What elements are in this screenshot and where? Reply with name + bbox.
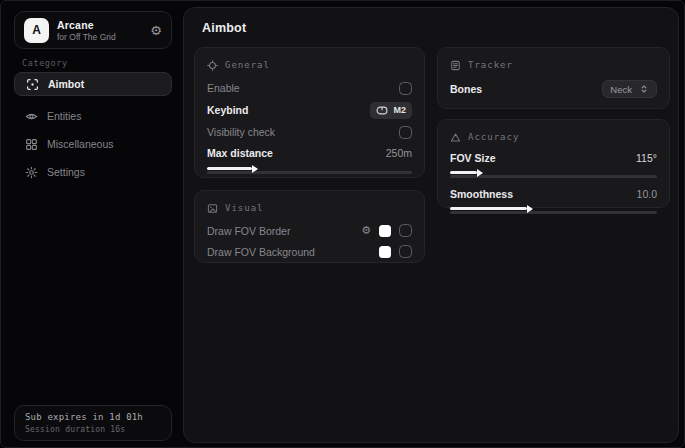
visual-card-header: Visual (207, 200, 412, 216)
image-icon (207, 203, 218, 214)
brand-card: A Arcane for Off The Grid ⚙ (14, 11, 172, 49)
slider-track (450, 211, 657, 214)
crosshair-icon (207, 60, 218, 71)
fov-size-slider[interactable] (450, 171, 657, 181)
fov-border-checkbox[interactable] (399, 224, 412, 237)
fov-border-controls: ⚙ (361, 224, 412, 237)
app-window: A Arcane for Off The Grid ⚙ Category Aim… (0, 0, 685, 448)
tracker-card-title: Tracker (468, 60, 513, 70)
fov-size-row: FOV Size 115° (450, 149, 657, 167)
sidebar-item-miscellaneous[interactable]: Miscellaneous (14, 132, 172, 156)
keybind-row: Keybind M2 (207, 99, 412, 121)
sidebar-item-settings[interactable]: Settings (14, 160, 172, 184)
accuracy-card-header: Accuracy (450, 129, 657, 145)
category-label: Category (22, 58, 68, 68)
max-distance-value: 250m (386, 147, 412, 159)
enable-checkbox[interactable] (399, 82, 412, 95)
bones-dropdown[interactable]: Neck (602, 80, 657, 98)
chevrons-up-down-icon (639, 84, 649, 94)
app-subtitle: for Off The Grid (57, 32, 116, 42)
session-duration-text: Session duration 16s (25, 425, 161, 434)
smoothness-value: 10.0 (637, 188, 657, 200)
brand-text: Arcane for Off The Grid (57, 19, 116, 42)
general-card-header: General (207, 57, 412, 73)
accuracy-card-title: Accuracy (468, 132, 519, 142)
fov-border-color-swatch[interactable] (379, 225, 391, 237)
sidebar-item-label: Settings (47, 166, 85, 178)
sidebar-item-aimbot[interactable]: Aimbot (14, 72, 172, 96)
visual-card-title: Visual (225, 203, 264, 213)
general-card-title: General (225, 60, 270, 70)
visibility-checkbox[interactable] (399, 126, 412, 139)
sidebar-item-label: Entities (47, 110, 81, 122)
smoothness-label: Smoothness (450, 188, 513, 200)
fov-border-row: Draw FOV Border ⚙ (207, 220, 412, 241)
enable-label: Enable (207, 82, 240, 94)
fov-background-checkbox[interactable] (399, 245, 412, 258)
settings-gear-icon (25, 166, 38, 179)
list-box-icon (450, 60, 461, 71)
fov-size-label: FOV Size (450, 152, 496, 164)
gear-icon[interactable]: ⚙ (150, 24, 162, 37)
sub-expiry-text: Sub expires in 1d 01h (25, 412, 161, 422)
slider-track (207, 171, 412, 174)
tracker-card-header: Tracker (450, 57, 657, 73)
keybind-value: M2 (393, 105, 406, 115)
visibility-label: Visibility check (207, 126, 275, 138)
fov-background-label: Draw FOV Background (207, 246, 315, 258)
keybind-label: Keybind (207, 104, 248, 116)
bones-label: Bones (450, 83, 482, 95)
page-title: Aimbot (202, 21, 246, 35)
triangle-icon (450, 132, 461, 143)
tracker-card: Tracker Bones Neck (437, 47, 670, 109)
smoothness-row: Smoothness 10.0 (450, 185, 657, 203)
fov-border-label: Draw FOV Border (207, 225, 290, 237)
subscription-card: Sub expires in 1d 01h Session duration 1… (14, 405, 172, 441)
max-distance-row: Max distance 250m (207, 143, 412, 163)
smoothness-slider[interactable] (450, 207, 657, 217)
max-distance-label: Max distance (207, 147, 273, 159)
bones-row: Bones Neck (450, 77, 657, 101)
slider-fill (207, 167, 252, 170)
entities-icon (25, 110, 38, 123)
slider-fill (450, 171, 477, 174)
sidebar-item-label: Miscellaneous (47, 138, 114, 150)
keybind-button[interactable]: M2 (370, 102, 412, 119)
fov-size-value: 115° (636, 152, 657, 164)
max-distance-slider[interactable] (207, 167, 412, 177)
gear-icon[interactable]: ⚙ (361, 225, 371, 236)
crosshair-icon (26, 78, 39, 91)
accuracy-card: Accuracy FOV Size 115° Smoothness 10.0 (437, 119, 670, 208)
visibility-row: Visibility check (207, 121, 412, 143)
sidebar: A Arcane for Off The Grid ⚙ Category Aim… (1, 1, 180, 448)
fov-background-row: Draw FOV Background (207, 241, 412, 262)
grid-icon (25, 138, 38, 151)
slider-fill (450, 207, 527, 210)
general-card: General Enable Keybind M2 Visibility che… (194, 47, 425, 178)
fov-background-controls (379, 245, 412, 258)
bones-selected-value: Neck (610, 84, 632, 95)
visual-card: Visual Draw FOV Border ⚙ Draw FOV Backgr… (194, 190, 425, 263)
enable-row: Enable (207, 77, 412, 99)
fov-background-color-swatch[interactable] (379, 246, 391, 258)
sidebar-item-entities[interactable]: Entities (14, 104, 172, 128)
mouse-icon (376, 106, 388, 115)
sidebar-item-label: Aimbot (48, 78, 84, 90)
app-name: Arcane (57, 19, 116, 31)
app-logo: A (24, 18, 49, 43)
main-panel: Aimbot General Enable Keybind (183, 7, 679, 443)
